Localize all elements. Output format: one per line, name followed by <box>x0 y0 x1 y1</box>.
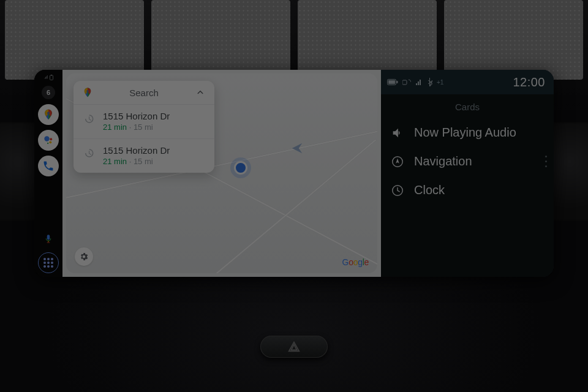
search-card: Search 1515 Horizon Dr 21 min · 15 mi <box>74 81 214 173</box>
search-suggestion[interactable]: 1515 Horizon Dr 21 min · 15 mi <box>74 139 214 173</box>
maps-pin-icon <box>42 108 55 121</box>
heading-arrow-icon <box>290 141 304 157</box>
gear-icon <box>79 252 89 262</box>
hazard-triangle-icon <box>287 340 301 353</box>
notification-badge[interactable]: 6 <box>42 86 55 99</box>
suggestion-meta: 21 min · 15 mi <box>103 123 170 132</box>
rail-phone-button[interactable] <box>38 156 59 176</box>
suggestion-meta: 21 min · 15 mi <box>103 157 170 167</box>
search-label: Search <box>98 88 190 98</box>
android-auto-rail: 6 <box>34 70 62 277</box>
suggestion-title: 1515 Horizon Dr <box>103 145 170 157</box>
card-clock[interactable]: Clock <box>381 176 554 205</box>
oem-status-bar: +1 12:00 <box>381 70 554 94</box>
card-navigation[interactable]: Navigation <box>381 147 554 176</box>
microphone-icon <box>43 233 54 244</box>
google-logo: Google <box>342 257 369 267</box>
overflow-dots-icon[interactable] <box>541 156 550 167</box>
suggestion-title: 1515 Horizon Dr <box>103 111 170 123</box>
maps-panel[interactable]: Google Search <box>62 70 381 277</box>
svg-point-2 <box>47 112 50 115</box>
rail-assistant-button[interactable] <box>38 130 59 151</box>
oem-panel: +1 12:00 Cards Now Playing Audio Navigat… <box>381 70 554 277</box>
svg-rect-0 <box>50 75 53 80</box>
bluetooth-icon <box>427 78 432 86</box>
clock-time: 12:00 <box>513 75 545 89</box>
rail-status-icons <box>44 74 53 81</box>
card-now-playing[interactable]: Now Playing Audio <box>381 118 554 147</box>
infotainment-screen: 6 <box>34 70 554 277</box>
hazard-button[interactable] <box>260 336 328 358</box>
card-label: Clock <box>414 183 445 197</box>
maps-pin-icon <box>82 87 93 98</box>
card-label: Now Playing Audio <box>414 126 516 140</box>
chevron-up-icon[interactable] <box>195 87 206 98</box>
phone-icon <box>42 160 55 172</box>
svg-rect-11 <box>402 80 407 85</box>
svg-rect-10 <box>388 80 395 84</box>
history-icon <box>82 112 96 126</box>
speaker-icon <box>391 126 404 140</box>
rail-mic-button[interactable] <box>40 230 57 247</box>
apps-grid-icon <box>43 258 53 268</box>
connection-icon <box>402 78 411 86</box>
svg-point-7 <box>86 90 88 92</box>
svg-point-6 <box>47 143 48 144</box>
card-label: Navigation <box>414 154 472 168</box>
svg-point-5 <box>49 141 51 143</box>
search-header[interactable]: Search <box>74 81 214 105</box>
map-settings-button[interactable] <box>75 247 93 266</box>
search-suggestion[interactable]: 1515 Horizon Dr 21 min · 15 mi <box>74 105 214 139</box>
battery-icon <box>387 78 398 86</box>
history-icon <box>82 146 96 160</box>
cards-heading: Cards <box>381 94 554 118</box>
rail-launcher-button[interactable] <box>38 252 59 273</box>
battery-icon <box>50 75 53 80</box>
rail-maps-button[interactable] <box>38 104 59 125</box>
cellular-icon <box>415 78 423 86</box>
navigation-icon <box>391 155 404 168</box>
svg-rect-1 <box>51 75 52 75</box>
svg-point-3 <box>44 136 49 141</box>
signal-icon <box>44 75 48 80</box>
clock-icon <box>391 184 404 197</box>
svg-point-4 <box>50 138 52 140</box>
status-extra: +1 <box>437 79 443 86</box>
speaker-grille <box>0 0 588 80</box>
svg-rect-9 <box>397 81 398 83</box>
assistant-icon <box>42 134 55 146</box>
